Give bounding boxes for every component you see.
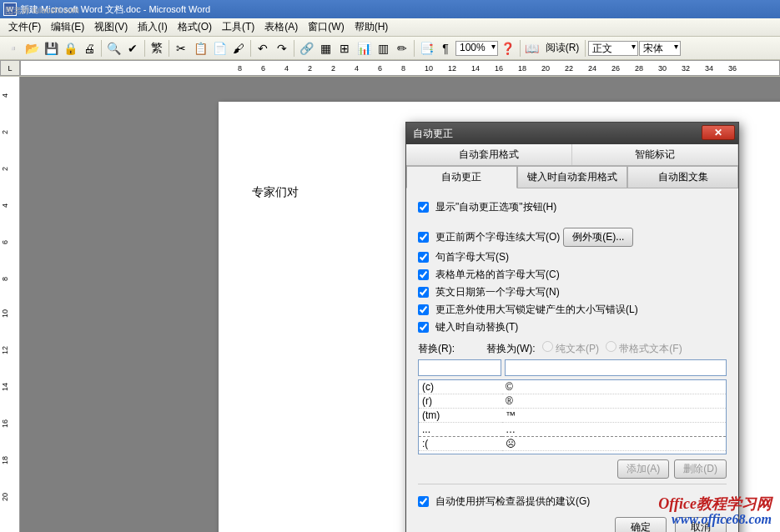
format-painter-icon[interactable]: 🖌: [229, 39, 248, 58]
autocorrect-list[interactable]: (c)©(r)®(tm)™...…:(☹: [418, 379, 727, 454]
check-two-caps[interactable]: [418, 232, 429, 243]
separator: [294, 40, 294, 57]
replace-label: 替换(R):: [418, 342, 455, 356]
help-icon[interactable]: ❓: [499, 39, 517, 58]
tab-autoformat[interactable]: 自动套用格式: [406, 144, 572, 165]
font-combo[interactable]: 宋体: [639, 41, 681, 56]
hyperlink-icon[interactable]: 🔗: [297, 39, 315, 58]
replace-labels-row: 替换(R): 替换为(W): 纯文本(P) 带格式文本(F): [418, 341, 727, 356]
menu-tools[interactable]: 工具(T): [217, 18, 259, 36]
delete-button[interactable]: 删除(D): [674, 459, 727, 479]
print-preview-icon[interactable]: 🔍: [104, 39, 123, 58]
autocorrect-row[interactable]: ...…: [419, 423, 726, 437]
permission-icon[interactable]: 🔒: [61, 39, 79, 58]
overlay-watermark: 图老师 tulaoshi.com: [5, 5, 79, 17]
tab-autotext[interactable]: 自动图文集: [627, 166, 738, 188]
label-sentence-cap: 句首字母大写(S): [435, 250, 509, 264]
paste-icon[interactable]: 📄: [210, 39, 229, 58]
menu-view[interactable]: 视图(V): [89, 18, 133, 36]
check-day-cap[interactable]: [418, 287, 429, 298]
separator: [101, 40, 102, 57]
separator: [169, 40, 169, 57]
tab-smart-tags[interactable]: 智能标记: [572, 144, 738, 165]
read-layout-icon[interactable]: 📖: [523, 39, 541, 58]
radio-plain-text: [542, 341, 553, 352]
check-sentence-cap[interactable]: [418, 252, 429, 263]
with-input[interactable]: [505, 359, 727, 376]
label-caps-lock: 更正意外使用大写锁定键产生的大小写错误(L): [435, 303, 638, 317]
autocorrect-row[interactable]: (tm)™: [419, 409, 726, 423]
zoom-combo[interactable]: 100%: [455, 41, 498, 56]
drawing-icon[interactable]: ✏: [393, 39, 411, 58]
label-replace-typing: 键入时自动替换(T): [435, 320, 518, 334]
dialog-titlebar[interactable]: 自动更正 ✕: [406, 123, 738, 144]
label-show-buttons: 显示"自动更正选项"按钮(H): [435, 200, 556, 214]
label-day-cap: 英文日期第一个字母大写(N): [435, 285, 560, 299]
window-titlebar: W 新建 Microsoft Word 文档.doc - Microsoft W…: [0, 0, 780, 18]
autocorrect-dialog: 自动更正 ✕ 自动套用格式 智能标记 自动更正 键入时自动套用格式 自动图文集 …: [405, 122, 739, 532]
separator: [144, 40, 145, 57]
label-table-cell-cap: 表格单元格的首字母大写(C): [435, 268, 560, 282]
with-label: 替换为(W):: [486, 342, 536, 356]
standard-toolbar: ▫️ 📂 💾 🔒 🖨 🔍 ✔ 繁 ✂ 📋 📄 🖌 ↶ ↷ 🔗 ▦ ⊞ 📊 ▥ ✏…: [0, 37, 780, 60]
label-two-caps: 更正前两个字母连续大写(O): [435, 230, 560, 244]
menu-format[interactable]: 格式(O): [173, 18, 217, 36]
check-spell-suggest[interactable]: [418, 496, 429, 507]
replace-input[interactable]: [418, 359, 501, 376]
replace-inputs: [418, 359, 727, 376]
check-table-cell-cap[interactable]: [418, 269, 429, 280]
doc-map-icon[interactable]: 📑: [417, 39, 435, 58]
horizontal-ruler-row: L 864224681012141618202224262830323436: [0, 60, 780, 77]
dialog-tabs-row1: 自动套用格式 智能标记: [406, 144, 738, 166]
style-combo[interactable]: 正文: [588, 41, 638, 56]
check-replace-typing[interactable]: [418, 322, 429, 333]
undo-icon[interactable]: ↶: [254, 39, 272, 58]
exceptions-button[interactable]: 例外项(E)...: [563, 228, 633, 247]
read-label[interactable]: 阅读(R): [542, 41, 583, 55]
horizontal-ruler[interactable]: 864224681012141618202224262830323436: [20, 60, 780, 76]
radio-formatted: [606, 341, 616, 352]
ruler-corner[interactable]: L: [0, 60, 20, 76]
vertical-ruler[interactable]: 422468101214161820: [0, 77, 20, 532]
menu-insert[interactable]: 插入(I): [133, 18, 172, 36]
autocorrect-row[interactable]: (c)©: [419, 380, 726, 394]
autocorrect-row[interactable]: :(☹: [419, 437, 726, 451]
show-marks-icon[interactable]: ¶: [436, 39, 455, 58]
copy-icon[interactable]: 📋: [191, 39, 209, 58]
document-text: 专家们对: [252, 185, 299, 198]
add-button[interactable]: 添加(A): [617, 459, 669, 479]
dialog-tabs-row2: 自动更正 键入时自动套用格式 自动图文集: [406, 166, 738, 188]
check-caps-lock[interactable]: [418, 304, 429, 315]
spelling-icon[interactable]: ✔: [123, 39, 142, 58]
tab-autoformat-typing[interactable]: 键入时自动套用格式: [517, 166, 628, 188]
save-icon[interactable]: 💾: [42, 39, 60, 58]
tables-borders-icon[interactable]: ▦: [316, 39, 335, 58]
print-icon[interactable]: 🖨: [80, 39, 98, 58]
menu-edit[interactable]: 编辑(E): [46, 18, 89, 36]
redo-icon[interactable]: ↷: [273, 39, 291, 58]
menu-file[interactable]: 文件(F): [3, 18, 46, 36]
open-icon[interactable]: 📂: [23, 39, 41, 58]
check-show-buttons[interactable]: [418, 202, 429, 213]
cut-icon[interactable]: ✂: [172, 39, 190, 58]
excel-icon[interactable]: 📊: [355, 39, 373, 58]
separator: [585, 40, 586, 57]
new-doc-icon[interactable]: ▫️: [3, 39, 22, 58]
traditional-icon[interactable]: 繁: [148, 39, 166, 58]
dialog-title: 自动更正: [410, 127, 453, 141]
separator: [520, 40, 521, 57]
label-spell-suggest: 自动使用拼写检查器提供的建议(G): [435, 494, 590, 509]
dialog-body: 显示"自动更正选项"按钮(H) 更正前两个字母连续大写(O) 例外项(E)...…: [406, 188, 738, 532]
menu-table[interactable]: 表格(A): [259, 18, 303, 36]
tab-autocorrect[interactable]: 自动更正: [406, 166, 517, 188]
site-watermark: Office教程学习网 www.office68.com: [658, 496, 772, 527]
insert-table-icon[interactable]: ⊞: [335, 39, 354, 58]
columns-icon[interactable]: ▥: [374, 39, 392, 58]
watermark-line2: www.office68.com: [658, 512, 772, 527]
menu-help[interactable]: 帮助(H): [350, 18, 394, 36]
autocorrect-row[interactable]: (r)®: [419, 394, 726, 409]
separator: [414, 40, 415, 57]
menu-window[interactable]: 窗口(W): [303, 18, 349, 36]
close-icon[interactable]: ✕: [702, 125, 735, 140]
watermark-line1: Office教程学习网: [658, 496, 772, 513]
